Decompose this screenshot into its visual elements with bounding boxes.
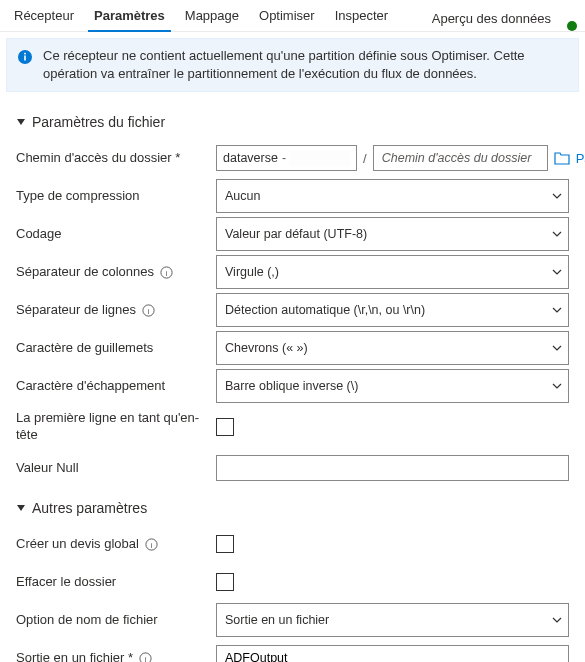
compression-select[interactable]: Aucun	[216, 179, 569, 213]
status-dot-icon	[567, 21, 577, 31]
info-icon	[17, 49, 33, 83]
tab-mappage[interactable]: Mappage	[175, 2, 249, 31]
label-quote-all: Créer un devis global i	[16, 536, 216, 553]
info-icon[interactable]: i	[142, 304, 155, 317]
output-file-input[interactable]	[216, 645, 569, 662]
notice-text: Ce récepteur ne contient actuellement qu…	[43, 47, 568, 83]
row-filename-option: Option de nom de fichier Sortie en un fi…	[16, 602, 569, 638]
tab-recepteur[interactable]: Récepteur	[4, 2, 84, 31]
label-folder-path: Chemin d'accès du dossier *	[16, 150, 216, 167]
collapse-icon	[16, 117, 26, 127]
label-compression: Type de compression	[16, 188, 216, 205]
row-escape: Caractère d'échappement Barre oblique in…	[16, 368, 569, 404]
info-icon[interactable]: i	[139, 652, 152, 662]
row-compression: Type de compression Aucun	[16, 178, 569, 214]
chevron-down-icon	[551, 342, 563, 354]
label-filename-option: Option de nom de fichier	[16, 612, 216, 629]
notice-banner: Ce récepteur ne contient actuellement qu…	[6, 38, 579, 92]
folder-container-value: dataverse	[223, 151, 278, 165]
label-encoding: Codage	[16, 226, 216, 243]
label-quote: Caractère de guillemets	[16, 340, 216, 357]
encoding-value: Valeur par défaut (UTF-8)	[225, 227, 367, 241]
row-folder-path: Chemin d'accès du dossier * dataverse - …	[16, 140, 569, 176]
info-icon[interactable]: i	[145, 538, 158, 551]
filename-option-value: Sortie en un fichier	[225, 613, 329, 627]
chevron-down-icon	[551, 190, 563, 202]
svg-text:i: i	[166, 268, 168, 277]
tab-apercu-label: Aperçu des données	[432, 11, 551, 26]
clear-folder-checkbox[interactable]	[216, 573, 234, 591]
line-sep-select[interactable]: Détection automatique (\r,\n, ou \r\n)	[216, 293, 569, 327]
quote-all-checkbox[interactable]	[216, 535, 234, 553]
browse-folder-icon[interactable]	[554, 151, 570, 165]
chevron-down-icon	[551, 228, 563, 240]
svg-text:i: i	[145, 654, 147, 662]
row-output-file: Sortie en un fichier * i	[16, 640, 569, 662]
col-sep-value: Virgule (,)	[225, 265, 279, 279]
collapse-icon	[16, 503, 26, 513]
label-clear-folder: Effacer le dossier	[16, 574, 216, 591]
quote-value: Chevrons (« »)	[225, 341, 308, 355]
chevron-down-icon	[551, 304, 563, 316]
tab-apercu[interactable]: Aperçu des données	[424, 10, 559, 31]
chevron-down-icon	[551, 266, 563, 278]
section-file-settings[interactable]: Paramètres du fichier	[16, 114, 569, 130]
tab-bar: Récepteur Paramètres Mappage Optimiser I…	[0, 0, 585, 32]
folder-container-input[interactable]: dataverse -	[216, 145, 357, 171]
row-quote-all: Créer un devis global i	[16, 526, 569, 562]
row-encoding: Codage Valeur par défaut (UTF-8)	[16, 216, 569, 252]
quote-select[interactable]: Chevrons (« »)	[216, 331, 569, 365]
row-quote: Caractère de guillemets Chevrons (« »)	[16, 330, 569, 366]
row-clear-folder: Effacer le dossier	[16, 564, 569, 600]
tab-optimiser[interactable]: Optimiser	[249, 2, 325, 31]
section-file-settings-title: Paramètres du fichier	[32, 114, 165, 130]
browse-link[interactable]: Parcourir	[576, 151, 585, 166]
row-null-value: Valeur Null	[16, 450, 569, 486]
tab-inspecter[interactable]: Inspecter	[325, 2, 398, 31]
path-separator: /	[363, 151, 367, 166]
row-first-line-header: La première ligne en tant qu'en-tête	[16, 406, 569, 448]
info-icon[interactable]: i	[160, 266, 173, 279]
chevron-down-icon	[551, 380, 563, 392]
row-line-sep: Séparateur de lignes i Détection automat…	[16, 292, 569, 328]
compression-value: Aucun	[225, 189, 260, 203]
label-first-line-header: La première ligne en tant qu'en-tête	[16, 406, 216, 448]
escape-value: Barre oblique inverse (\)	[225, 379, 358, 393]
label-line-sep: Séparateur de lignes i	[16, 302, 216, 319]
folder-container-masked	[290, 150, 350, 166]
label-col-sep: Séparateur de colonnes i	[16, 264, 216, 281]
label-output-file: Sortie en un fichier * i	[16, 650, 216, 662]
section-other-settings[interactable]: Autres paramètres	[16, 500, 569, 516]
section-other-settings-title: Autres paramètres	[32, 500, 147, 516]
label-escape: Caractère d'échappement	[16, 378, 216, 395]
chevron-down-icon	[551, 614, 563, 626]
first-line-header-checkbox[interactable]	[216, 418, 234, 436]
escape-select[interactable]: Barre oblique inverse (\)	[216, 369, 569, 403]
encoding-select[interactable]: Valeur par défaut (UTF-8)	[216, 217, 569, 251]
line-sep-value: Détection automatique (\r,\n, ou \r\n)	[225, 303, 425, 317]
label-null-value: Valeur Null	[16, 460, 216, 477]
svg-text:i: i	[150, 540, 152, 549]
row-col-sep: Séparateur de colonnes i Virgule (,)	[16, 254, 569, 290]
folder-path-input[interactable]	[373, 145, 548, 171]
filename-option-select[interactable]: Sortie en un fichier	[216, 603, 569, 637]
null-value-input[interactable]	[216, 455, 569, 481]
col-sep-select[interactable]: Virgule (,)	[216, 255, 569, 289]
svg-text:i: i	[148, 306, 150, 315]
svg-rect-2	[24, 53, 26, 55]
dash-icon: -	[282, 151, 286, 165]
tab-parametres[interactable]: Paramètres	[84, 2, 175, 31]
svg-rect-1	[24, 56, 26, 61]
